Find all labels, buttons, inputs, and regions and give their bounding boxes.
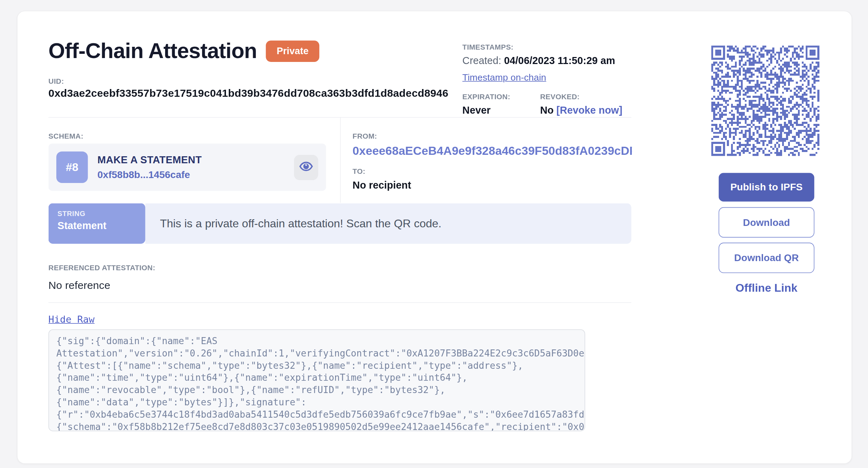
qr-code: [711, 46, 819, 156]
from-to-section: FROM: 0xeee68aECeB4A9e9f328a46c39F50d83f…: [353, 132, 632, 191]
timestamps-section: TIMESTAMPS: Created: 04/06/2023 11:50:29…: [463, 43, 648, 117]
qr-code-image: [711, 46, 819, 156]
from-address-link[interactable]: 0xeee68aECeB4A9e9f328a46c39F50d83fA0239c…: [353, 144, 632, 158]
download-button[interactable]: Download: [719, 207, 814, 238]
statement-name: Statement: [57, 220, 145, 232]
timestamp-onchain-link[interactable]: Timestamp on-chain: [463, 72, 546, 83]
expiration-value: Never: [463, 105, 540, 117]
raw-json-text: {"sig":{"domain":{"name":"EAS Attestatio…: [56, 335, 577, 431]
schema-card: #8 MAKE A STATEMENT 0xf58b8b...1456cafe: [49, 144, 326, 191]
uid-value: 0xd3ae2ceebf33557b73e17519c041bd39b3476d…: [49, 87, 448, 100]
to-value: No recipient: [353, 179, 632, 191]
eye-icon: [298, 158, 314, 176]
statement-type: STRING: [57, 210, 145, 218]
expiration-label: EXPIRATION:: [463, 92, 540, 101]
to-label: TO:: [353, 167, 632, 176]
revoked-label: REVOKED:: [540, 92, 622, 101]
schema-label: SCHEMA:: [49, 132, 83, 140]
divider-vertical: [340, 117, 341, 203]
uid-label: UID:: [49, 77, 64, 86]
revoked-value-row: No [Revoke now]: [540, 105, 622, 117]
referenced-value: No reference: [49, 279, 111, 292]
schema-uid-link[interactable]: 0xf58b8b...1456cafe: [98, 169, 202, 181]
divider-referenced: [49, 302, 631, 303]
download-qr-button[interactable]: Download QR: [719, 243, 814, 273]
from-label: FROM:: [353, 132, 632, 140]
statement-key-block: STRING Statement: [49, 203, 145, 244]
page: Off-Chain Attestation Private UID: 0xd3a…: [0, 0, 868, 468]
timestamps-label: TIMESTAMPS:: [463, 43, 648, 51]
schema-text: MAKE A STATEMENT 0xf58b8b...1456cafe: [98, 154, 202, 181]
expiration-block: EXPIRATION: Never: [463, 92, 540, 116]
created-value: 04/06/2023 11:50:29 am: [504, 55, 615, 67]
created-label: Created:: [463, 55, 504, 67]
revoked-value: No: [540, 105, 556, 116]
view-schema-button[interactable]: [294, 154, 318, 180]
raw-json-box: {"sig":{"domain":{"name":"EAS Attestatio…: [49, 329, 585, 431]
referenced-label: REFERENCED ATTESTATION:: [49, 264, 156, 272]
expiration-revoked-row: EXPIRATION: Never REVOKED: No [Revoke no…: [463, 92, 648, 116]
schema-number-badge: #8: [56, 151, 88, 183]
private-badge: Private: [266, 40, 319, 62]
revoke-now-link[interactable]: [Revoke now]: [556, 105, 622, 116]
schema-name: MAKE A STATEMENT: [98, 154, 202, 166]
offline-link[interactable]: Offline Link: [719, 282, 814, 295]
created-row: Created: 04/06/2023 11:50:29 am: [463, 55, 648, 67]
revoked-block: REVOKED: No [Revoke now]: [540, 92, 622, 116]
hide-raw-link[interactable]: Hide Raw: [49, 314, 95, 325]
publish-to-ipfs-button[interactable]: Publish to IPFS: [719, 173, 814, 202]
statement-row: STRING Statement This is a private off-c…: [49, 203, 631, 244]
header: Off-Chain Attestation Private: [49, 39, 319, 63]
page-title: Off-Chain Attestation: [49, 39, 257, 63]
attestation-card: Off-Chain Attestation Private UID: 0xd3a…: [17, 11, 852, 464]
statement-value: This is a private off-chain attestation!…: [145, 203, 631, 244]
